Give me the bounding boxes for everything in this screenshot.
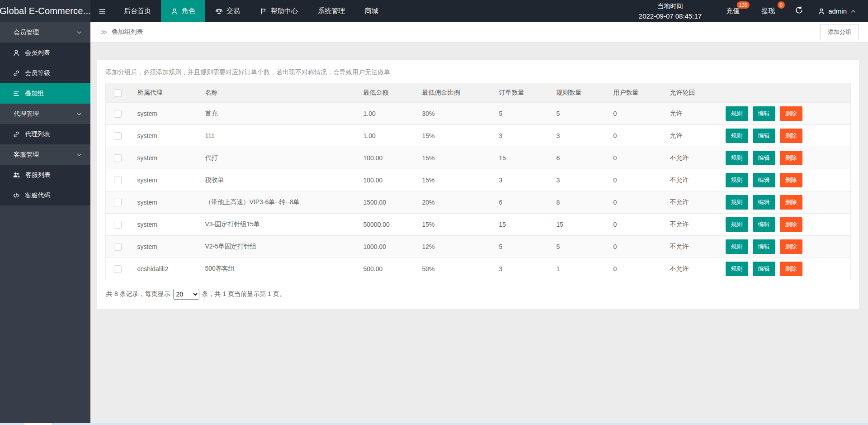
- delete-button[interactable]: 删除: [780, 217, 802, 232]
- sidebar-item-label: 客服代码: [25, 191, 50, 200]
- add-group-button[interactable]: 添加分组: [820, 24, 859, 40]
- row-checkbox[interactable]: [114, 132, 122, 140]
- topbar-right: 当地时间 2022-09-07 08:45:17 充值 135 提现 0 adm…: [639, 0, 868, 22]
- rule-button[interactable]: 规则: [726, 173, 748, 187]
- row-checkbox[interactable]: [114, 154, 122, 162]
- cell-allow-loop: 不允许: [666, 191, 722, 214]
- sidebar-item-member-management[interactable]: 会员管理: [0, 22, 90, 43]
- cell-min-commission: 12%: [419, 236, 495, 258]
- top-nav-label: 系统管理: [318, 7, 345, 15]
- row-checkbox-cell: [106, 125, 134, 147]
- edit-button[interactable]: 编辑: [753, 239, 775, 254]
- top-nav-help-center[interactable]: 帮助中心: [250, 0, 308, 22]
- rule-button[interactable]: 规则: [726, 217, 748, 232]
- delete-button[interactable]: 删除: [780, 262, 802, 276]
- rule-button[interactable]: 规则: [726, 195, 748, 210]
- chevron-down-icon: [76, 29, 82, 36]
- cell-rules: 1: [553, 258, 610, 280]
- withdraw-button[interactable]: 提现 0: [755, 0, 781, 22]
- sidebar-item-service-code[interactable]: 客服代码: [0, 185, 90, 205]
- row-checkbox[interactable]: [114, 243, 122, 251]
- cell-orders: 15: [495, 214, 553, 236]
- row-checkbox-cell: [106, 169, 134, 191]
- sidebar-item-overlay-group[interactable]: 叠加组: [0, 83, 90, 104]
- local-time-label: 当地时间: [639, 2, 702, 10]
- sidebar-item-label: 会员管理: [14, 29, 39, 37]
- scrollbar-thumb[interactable]: [24, 423, 52, 425]
- page-title: 叠加组列表: [112, 28, 143, 36]
- user-menu[interactable]: admin: [818, 7, 856, 15]
- cell-allow-loop: 不允许: [666, 258, 722, 280]
- rule-button[interactable]: 规则: [726, 106, 748, 121]
- select-all-checkbox[interactable]: [114, 89, 122, 97]
- rule-button[interactable]: 规则: [726, 129, 748, 143]
- sidebar-item-service-list[interactable]: 客服列表: [0, 165, 90, 185]
- flag-icon: [260, 8, 267, 15]
- column-header: 规则数量: [553, 83, 610, 103]
- cell-rules: 15: [553, 214, 610, 236]
- delete-button[interactable]: 删除: [780, 129, 802, 143]
- row-checkbox[interactable]: [114, 265, 122, 273]
- row-checkbox[interactable]: [114, 199, 122, 206]
- rule-button[interactable]: 规则: [726, 151, 748, 165]
- cell-orders: 15: [495, 147, 553, 169]
- delete-button[interactable]: 删除: [780, 106, 802, 121]
- cell-name: 首充: [202, 103, 360, 125]
- top-nav-system[interactable]: 系统管理: [308, 0, 355, 22]
- menu-toggle-button[interactable]: [90, 0, 114, 22]
- edit-button[interactable]: 编辑: [753, 217, 775, 232]
- table-row: system税收单100.0015%330不允许规则编辑删除: [106, 169, 851, 191]
- top-nav-dashboard[interactable]: 后台首页: [114, 0, 161, 22]
- cell-orders: 6: [495, 191, 553, 214]
- sidebar-item-label: 代理管理: [14, 110, 39, 118]
- top-nav: 后台首页角色交易帮助中心系统管理商城: [114, 0, 388, 22]
- sidebar-item-member-list[interactable]: 会员列表: [0, 43, 90, 63]
- cell-min-amount: 100.00: [360, 169, 419, 191]
- top-nav-trade[interactable]: 交易: [205, 0, 250, 22]
- top-nav-mall[interactable]: 商城: [355, 0, 388, 22]
- edit-button[interactable]: 编辑: [753, 173, 775, 187]
- edit-button[interactable]: 编辑: [753, 262, 775, 276]
- cell-allow-loop: 不允许: [666, 169, 722, 191]
- sidebar: 会员管理会员列表会员等级叠加组代理管理代理列表客服管理客服列表客服代码: [0, 22, 90, 423]
- person-icon: [171, 8, 178, 15]
- rule-button[interactable]: 规则: [726, 239, 748, 254]
- link-icon: [13, 131, 20, 138]
- sidebar-item-member-level[interactable]: 会员等级: [0, 63, 90, 83]
- delete-button[interactable]: 删除: [780, 195, 802, 210]
- edit-button[interactable]: 编辑: [753, 151, 775, 165]
- username: admin: [828, 7, 847, 15]
- row-checkbox[interactable]: [114, 110, 122, 118]
- sidebar-item-label: 代理列表: [25, 130, 50, 138]
- delete-button[interactable]: 删除: [780, 239, 802, 254]
- row-checkbox-cell: [106, 214, 134, 236]
- recharge-button[interactable]: 充值 135: [720, 0, 746, 22]
- delete-button[interactable]: 删除: [780, 151, 802, 165]
- cell-allow-loop: 不允许: [666, 214, 722, 236]
- sidebar-item-agent-list[interactable]: 代理列表: [0, 124, 90, 144]
- recharge-badge: 135: [737, 1, 750, 9]
- layout: 会员管理会员列表会员等级叠加组代理管理代理列表客服管理客服列表客服代码 ≫ 叠加…: [0, 22, 868, 423]
- page-size-select[interactable]: 20: [173, 289, 199, 300]
- cell-users: 0: [610, 169, 666, 191]
- rule-button[interactable]: 规则: [726, 262, 748, 276]
- cell-min-commission: 20%: [419, 191, 495, 214]
- refresh-button[interactable]: [795, 6, 803, 16]
- row-checkbox[interactable]: [114, 221, 122, 229]
- horizontal-scrollbar[interactable]: [0, 423, 868, 425]
- cell-name: （带他上高速）VIP3-6单--转--8单: [202, 191, 360, 214]
- row-checkbox[interactable]: [114, 177, 122, 184]
- cell-name: V2-5单固定打针组: [202, 236, 360, 258]
- edit-button[interactable]: 编辑: [753, 106, 775, 121]
- delete-button[interactable]: 删除: [780, 173, 802, 187]
- row-checkbox-cell: [106, 103, 134, 125]
- top-nav-label: 角色: [182, 7, 195, 15]
- sidebar-item-service-management[interactable]: 客服管理: [0, 144, 90, 165]
- sidebar-item-agent-management[interactable]: 代理管理: [0, 104, 90, 124]
- table-row: system1111.0015%330允许规则编辑删除: [106, 125, 851, 147]
- cell-rules: 3: [553, 169, 610, 191]
- edit-button[interactable]: 编辑: [753, 129, 775, 143]
- edit-button[interactable]: 编辑: [753, 195, 775, 210]
- top-nav-roles[interactable]: 角色: [161, 0, 205, 22]
- cell-users: 0: [610, 191, 666, 214]
